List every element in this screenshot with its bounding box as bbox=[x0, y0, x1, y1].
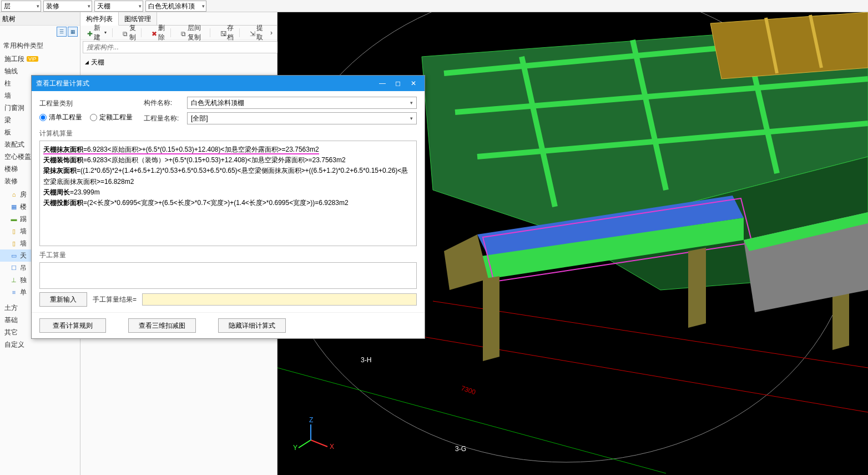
toolbar-more-icon[interactable]: › bbox=[268, 28, 275, 38]
tree-root[interactable]: ◢ 天棚 bbox=[85, 57, 272, 68]
category-dropdown[interactable]: 装修 bbox=[43, 1, 92, 12]
manual-result-field bbox=[142, 293, 417, 306]
calc-line: 天棚周长=23.999m bbox=[43, 187, 413, 198]
close-button[interactable]: ✕ bbox=[407, 78, 420, 89]
component-dropdown[interactable]: 白色无机涂料顶 bbox=[145, 1, 206, 12]
category-icon: ▭ bbox=[10, 252, 18, 259]
collapse-icon[interactable]: ◢ bbox=[85, 59, 89, 65]
list-view-icon[interactable]: ☰ bbox=[57, 27, 67, 37]
component-name-select[interactable]: 白色无机涂料顶棚 bbox=[187, 97, 417, 109]
floor-dropdown[interactable]: 层 bbox=[1, 1, 41, 12]
subcategory-dropdown[interactable]: 天棚 bbox=[94, 1, 143, 12]
view-3d-deduction-button[interactable]: 查看三维扣减图 bbox=[128, 318, 196, 333]
component-panel: 构件列表 图纸管理 ✚新建 ▾⧉复制✖删除⧉层间复制🖫存档⇲提取› ◢ 天棚 bbox=[80, 12, 277, 79]
toolbar-新建[interactable]: ✚新建 ▾ bbox=[83, 22, 111, 43]
svg-text:Y: Y bbox=[293, 444, 297, 452]
grid-view-icon[interactable]: ▦ bbox=[68, 27, 78, 37]
calc-line: 天棚装饰面积=6.9283<原始面积（装饰）>+(6.5*(0.15+0.53)… bbox=[43, 155, 413, 166]
svg-line-24 bbox=[311, 440, 327, 447]
component-search-input[interactable] bbox=[83, 41, 279, 53]
quantity-name-label: 工程量名称: bbox=[144, 114, 183, 123]
toolbar-icon: ⇲ bbox=[248, 29, 255, 37]
category-icon: ▯ bbox=[10, 239, 18, 247]
reinput-button[interactable]: 重新输入 bbox=[39, 292, 87, 307]
toolbar-复制[interactable]: ⧉复制 bbox=[118, 22, 140, 43]
toolbar-提取[interactable]: ⇲提取 bbox=[245, 22, 268, 43]
axis-label-3g: 3-G bbox=[455, 445, 466, 453]
category-icon: ▬ bbox=[10, 215, 18, 223]
calc-section-title: 计算机算量 bbox=[39, 129, 417, 138]
category-icon: ⌂ bbox=[10, 191, 18, 198]
quantity-name-select[interactable]: [全部] bbox=[187, 112, 417, 124]
category-icon: ≡ bbox=[10, 288, 18, 296]
component-name-label: 构件名称: bbox=[144, 98, 183, 108]
dialog-titlebar[interactable]: 查看工程量计算式 ― ◻ ✕ bbox=[32, 76, 425, 91]
manual-input-textbox[interactable] bbox=[39, 262, 417, 289]
minimize-button[interactable]: ― bbox=[376, 78, 389, 89]
svg-marker-19 bbox=[483, 276, 499, 361]
toolbar-icon: ⧉ bbox=[179, 29, 186, 37]
hide-detail-formula-button[interactable]: 隐藏详细计算式 bbox=[218, 318, 286, 333]
axis-label-3h: 3-H bbox=[361, 356, 371, 364]
svg-marker-12 bbox=[710, 12, 868, 79]
nav-item[interactable]: 自定义 bbox=[0, 338, 80, 351]
calc-line: 天棚抹灰面积=6.9283<原始面积>+(6.5*(0.15+0.53)+12.… bbox=[43, 144, 413, 155]
category-icon: ▦ bbox=[10, 203, 18, 211]
manual-result-label: 手工算量结果= bbox=[93, 295, 137, 304]
quantity-formula-dialog: 查看工程量计算式 ― ◻ ✕ 工程量类别 清单工程量 定额工程量 bbox=[31, 75, 425, 339]
category-label: 工程量类别 bbox=[39, 99, 134, 108]
nav-title: 航树 bbox=[0, 12, 80, 26]
top-dropdown-strip: 层 装修 天棚 白色无机涂料顶 bbox=[0, 0, 868, 12]
svg-text:X: X bbox=[330, 443, 334, 451]
dimension-label: 7300 bbox=[460, 384, 477, 397]
manual-section-title: 手工算量 bbox=[39, 251, 417, 260]
nav-item[interactable]: 施工段 VIP bbox=[0, 53, 80, 65]
category-icon: ▯ bbox=[10, 227, 18, 235]
radio-list-quantity[interactable]: 清单工程量 bbox=[39, 113, 82, 122]
toolbar-存档[interactable]: 🖫存档 bbox=[216, 22, 238, 43]
category-icon: ⊥ bbox=[10, 276, 18, 284]
category-icon: ☐ bbox=[10, 264, 18, 272]
nav-header: 常用构件类型 bbox=[0, 39, 80, 53]
dialog-title-text: 查看工程量计算式 bbox=[36, 79, 89, 88]
toolbar-icon: 🖫 bbox=[218, 29, 226, 37]
view-calc-rule-button[interactable]: 查看计算规则 bbox=[39, 318, 106, 333]
svg-marker-20 bbox=[688, 248, 706, 328]
toolbar-icon: ⧉ bbox=[120, 29, 128, 37]
calc-line: 梁抹灰面积=((1.2*0.65)*2+(1.4+6.5+1.2)*0.53+6… bbox=[43, 166, 413, 187]
maximize-button[interactable]: ◻ bbox=[391, 78, 405, 89]
calc-line: 天棚投影面积=(2<长度>*0.6995<宽度>+(6.5<长度>*0.7<宽度… bbox=[43, 198, 413, 208]
toolbar-icon: ✚ bbox=[85, 29, 93, 37]
calc-result-textbox[interactable]: 天棚抹灰面积=6.9283<原始面积>+(6.5*(0.15+0.53)+12.… bbox=[39, 141, 417, 246]
radio-quota-quantity[interactable]: 定额工程量 bbox=[90, 113, 133, 122]
svg-text:Z: Z bbox=[309, 416, 313, 424]
toolbar-删除[interactable]: ✖删除 bbox=[147, 22, 169, 43]
svg-line-1 bbox=[277, 368, 666, 473]
toolbar-层间复制[interactable]: ⧉层间复制 bbox=[176, 22, 209, 43]
svg-line-25 bbox=[299, 440, 311, 448]
toolbar-icon: ✖ bbox=[149, 29, 157, 37]
